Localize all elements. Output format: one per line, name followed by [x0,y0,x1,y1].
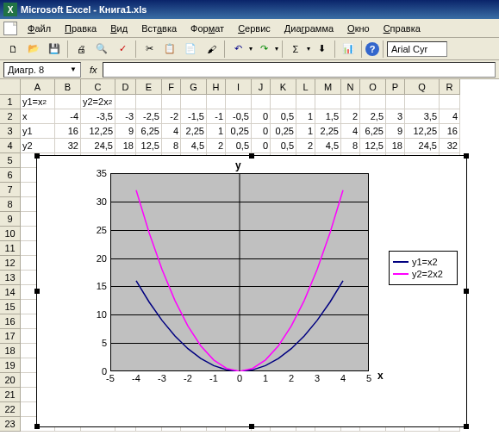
redo-icon[interactable]: ↷ [254,40,273,59]
chart-legend[interactable]: y1=x2y2=2x2 [389,251,458,285]
cell[interactable]: 18 [386,139,405,153]
document-icon[interactable] [3,22,17,35]
cell[interactable]: -1 [207,109,226,124]
save-icon[interactable]: 💾 [45,40,64,59]
print-icon[interactable]: 🖨 [72,40,90,59]
column-header[interactable]: H [207,79,226,95]
selection-handle[interactable] [34,289,40,294]
column-header[interactable]: G [181,79,207,95]
menu-format[interactable]: Формат [184,22,231,35]
row-header[interactable]: 4 [0,139,21,153]
row-header[interactable]: 23 [0,417,21,432]
cell[interactable] [136,95,162,109]
column-header[interactable]: O [360,79,386,95]
cut-icon[interactable]: ✂ [140,40,159,59]
cell[interactable] [271,95,296,109]
help-icon[interactable]: ? [365,42,379,56]
cell[interactable]: 0 [252,124,271,139]
cell[interactable]: y2 [21,139,55,153]
cell[interactable] [115,95,136,109]
font-name-select[interactable]: Arial Cyr [387,41,447,57]
column-header[interactable]: R [440,79,460,95]
sort-icon[interactable]: ⬇ [312,40,331,59]
cell[interactable]: 4 [440,109,460,124]
column-header[interactable]: A [21,79,55,95]
legend-item[interactable]: y2=2x2 [393,269,453,279]
cell[interactable] [296,95,315,109]
row-header[interactable]: 14 [0,285,21,300]
spellcheck-icon[interactable]: ✓ [113,40,132,59]
undo-dropdown-icon[interactable]: ▾ [249,45,253,53]
cell[interactable]: -1,5 [181,109,207,124]
column-header[interactable]: I [226,79,252,95]
cell[interactable]: 3,5 [405,109,440,124]
row-header[interactable]: 12 [0,256,21,271]
cell[interactable]: 2,25 [181,124,207,139]
cell[interactable]: -4 [55,109,81,124]
row-header[interactable]: 5 [0,153,21,168]
row-header[interactable]: 17 [0,329,21,344]
row-header[interactable]: 2 [0,109,21,124]
row-header[interactable]: 9 [0,212,21,227]
cell[interactable] [252,95,271,109]
sum-dropdown-icon[interactable]: ▾ [307,45,310,53]
chart-object[interactable]: 05101520253035-5-4-3-2-1012345yxy1=x2y2=… [36,155,467,427]
column-header[interactable]: J [252,79,271,95]
cell[interactable]: 12,5 [136,139,162,153]
cell[interactable]: 18 [115,139,136,153]
selection-handle[interactable] [34,153,40,159]
cell[interactable]: 16 [440,124,460,139]
cell[interactable]: 2,25 [315,124,341,139]
selection-handle[interactable] [249,424,254,429]
cell[interactable]: 6,25 [360,124,386,139]
menu-tools[interactable]: Сервис [231,22,278,35]
cell[interactable]: y2=2x2 [81,95,115,109]
column-header[interactable]: B [55,79,81,95]
cell[interactable]: -2 [162,109,181,124]
row-header[interactable]: 19 [0,358,21,373]
column-header[interactable]: L [296,79,315,95]
cell[interactable]: 4 [341,124,360,139]
cell[interactable]: 0 [252,109,271,124]
cell[interactable]: 24,5 [405,139,440,153]
row-header[interactable]: 18 [0,344,21,358]
new-icon[interactable]: 🗋 [3,40,22,59]
cell[interactable]: 2 [341,109,360,124]
menu-view[interactable]: Вид [103,22,134,35]
row-header[interactable]: 10 [0,227,21,241]
column-header[interactable]: C [81,79,115,95]
cell[interactable]: 12,25 [405,124,440,139]
cell[interactable] [360,95,386,109]
menu-chart[interactable]: Диаграмма [278,22,340,35]
select-all-corner[interactable] [0,79,21,95]
row-header[interactable]: 21 [0,388,21,402]
cell[interactable] [55,95,81,109]
open-icon[interactable]: 📂 [24,40,43,59]
cell[interactable]: 9 [115,124,136,139]
cell[interactable]: 1 [207,124,226,139]
cell[interactable] [315,95,341,109]
column-header[interactable]: M [315,79,341,95]
cell[interactable] [405,95,440,109]
selection-handle[interactable] [34,424,40,429]
cell[interactable] [181,95,207,109]
preview-icon[interactable]: 🔍 [92,40,111,59]
row-header[interactable]: 3 [0,124,21,139]
row-header[interactable]: 11 [0,241,21,256]
column-header[interactable]: E [136,79,162,95]
cell[interactable]: 4,5 [315,139,341,153]
menu-file[interactable]: Файл [21,22,58,35]
cell[interactable]: 24,5 [81,139,115,153]
cell[interactable]: 1 [296,109,315,124]
cell[interactable]: 12,5 [360,139,386,153]
menu-window[interactable]: Окно [340,22,377,35]
cell[interactable]: 32 [440,139,460,153]
name-box-dropdown-icon[interactable]: ▼ [70,65,77,73]
cell[interactable]: x [21,109,55,124]
cell[interactable]: 0,25 [226,124,252,139]
chart-wizard-icon[interactable]: 📊 [339,40,358,59]
cell[interactable]: y1=x2 [21,95,55,109]
format-painter-icon[interactable]: 🖌 [202,40,221,59]
cell[interactable] [386,95,405,109]
formula-input[interactable] [103,62,496,78]
